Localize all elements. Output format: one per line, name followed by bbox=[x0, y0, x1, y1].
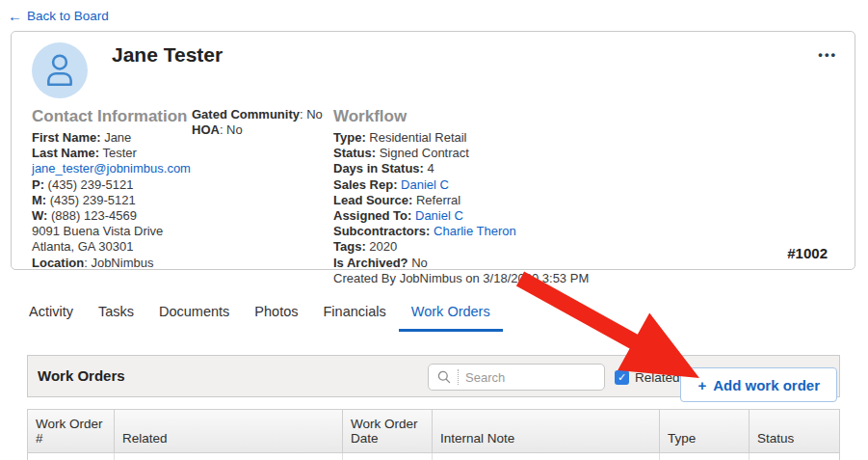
tab-financials[interactable]: Financials bbox=[311, 300, 399, 332]
record-number: #1002 bbox=[787, 245, 828, 261]
search-icon bbox=[436, 369, 452, 385]
person-icon bbox=[44, 53, 75, 88]
field-last-name: Last Name: Tester bbox=[32, 146, 191, 161]
workflow-heading: Workflow bbox=[333, 107, 613, 126]
related-label: Related bbox=[635, 370, 680, 385]
column-status[interactable]: Status bbox=[750, 410, 839, 452]
search-input[interactable] bbox=[465, 370, 604, 385]
assigned-to-link[interactable]: Daniel C bbox=[415, 208, 463, 223]
subcontractor-link[interactable]: Charlie Theron bbox=[434, 224, 516, 238]
field-assigned-to: Assigned To: Daniel C bbox=[333, 208, 613, 224]
field-address-street: 9091 Buena Vista Drive bbox=[32, 224, 191, 239]
tab-bar: Activity Tasks Documents Photos Financia… bbox=[16, 300, 503, 332]
tab-work-orders[interactable]: Work Orders bbox=[399, 300, 503, 332]
panel-header-bar: Work Orders ✓ Related + Add work order bbox=[27, 355, 840, 397]
field-first-name: First Name: Jane bbox=[32, 130, 191, 146]
column-internal-note[interactable]: Internal Note bbox=[433, 410, 660, 452]
related-filter: ✓ Related bbox=[615, 356, 680, 398]
field-phone-p: P: (435) 239-5121 bbox=[32, 177, 191, 193]
field-email: jane_tester@jobnimbus.com bbox=[32, 161, 191, 176]
field-hoa: HOA: No bbox=[192, 122, 331, 138]
field-type: Type: Residential Retail bbox=[333, 130, 613, 146]
back-arrow-icon: ← bbox=[8, 8, 22, 24]
field-tags: Tags: 2020 bbox=[333, 239, 613, 255]
work-orders-table-header: Work Order # Related Work Order Date Int… bbox=[27, 409, 840, 453]
workflow-column: Workflow Type: Residential Retail Status… bbox=[333, 107, 613, 286]
tab-tasks[interactable]: Tasks bbox=[86, 300, 146, 332]
contact-info-column: Contact Information First Name: Jane Las… bbox=[32, 107, 191, 271]
tab-activity[interactable]: Activity bbox=[16, 300, 86, 332]
back-to-board-link[interactable]: ← Back to Board bbox=[8, 8, 109, 24]
avatar bbox=[32, 42, 88, 98]
column-work-order-date[interactable]: Work Order Date bbox=[343, 410, 433, 452]
field-created-by: Created By JobNimbus on 3/18/2020 3:53 P… bbox=[333, 271, 613, 286]
contact-name: Jane Tester bbox=[112, 43, 223, 67]
field-phone-m: M: (435) 239-5121 bbox=[32, 193, 191, 208]
related-checkbox[interactable]: ✓ bbox=[615, 370, 629, 385]
work-orders-panel: Work Orders ✓ Related + Add work order W… bbox=[27, 355, 840, 460]
field-days-in-status: Days in Status: 4 bbox=[333, 161, 613, 176]
contact-info-heading: Contact Information bbox=[32, 107, 191, 126]
ellipsis-menu-icon[interactable]: ••• bbox=[818, 47, 837, 62]
panel-title: Work Orders bbox=[38, 356, 125, 396]
tab-photos[interactable]: Photos bbox=[242, 300, 310, 332]
column-work-order-number[interactable]: Work Order # bbox=[28, 410, 115, 452]
search-divider bbox=[458, 369, 459, 385]
field-sales-rep: Sales Rep: Daniel C bbox=[333, 177, 613, 193]
field-is-archived: Is Archived? No bbox=[333, 256, 613, 271]
column-type[interactable]: Type bbox=[660, 410, 750, 452]
sales-rep-link[interactable]: Daniel C bbox=[401, 177, 449, 192]
field-location: Location: JobNimbus bbox=[32, 256, 191, 271]
back-link-label: Back to Board bbox=[27, 9, 109, 23]
column-related[interactable]: Related bbox=[115, 410, 343, 452]
field-gated-community: Gated Community: No bbox=[192, 107, 331, 122]
field-lead-source: Lead Source: Referral bbox=[333, 193, 613, 208]
field-address-city: Atlanta, GA 30301 bbox=[32, 239, 191, 255]
field-status: Status: Signed Contract bbox=[333, 146, 613, 161]
contact-card: Jane Tester ••• #1002 Contact Informatio… bbox=[11, 31, 855, 270]
add-work-order-label: Add work order bbox=[713, 377, 820, 393]
field-phone-w: W: (888) 123-4569 bbox=[32, 208, 191, 224]
tab-documents[interactable]: Documents bbox=[146, 300, 242, 332]
email-link[interactable]: jane_tester@jobnimbus.com bbox=[32, 161, 191, 176]
search-box[interactable] bbox=[428, 364, 605, 391]
add-work-order-button[interactable]: + Add work order bbox=[680, 367, 837, 402]
table-row bbox=[27, 453, 840, 460]
community-column: Gated Community: No HOA: No bbox=[192, 107, 331, 138]
plus-icon: + bbox=[697, 377, 706, 393]
field-subcontractors: Subcontractors: Charlie Theron bbox=[333, 224, 613, 239]
